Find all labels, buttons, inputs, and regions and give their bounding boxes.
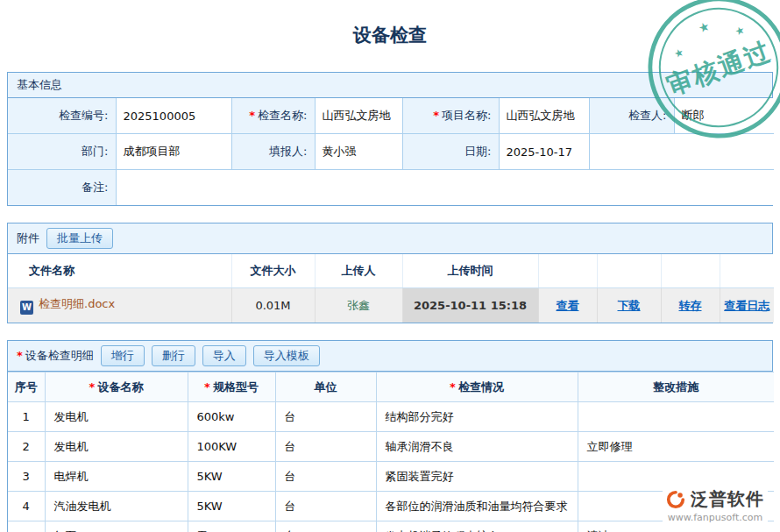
reporter-label: 填报人: [231,134,315,170]
add-row-button[interactable]: 增行 [101,345,145,366]
device-name-cell: 电焊机 [45,462,188,492]
seq-cell: 3 [8,462,45,492]
device-name-header: *设备名称 [45,372,188,402]
required-mark: * [450,380,456,394]
inspector-label: 检查人: [589,98,674,134]
file-name-link[interactable]: 检查明细.docx [39,297,115,310]
uploader-header: 上传人 [315,254,402,288]
dept-label-text: 部门: [82,145,108,158]
brand-url: www.fanpusoft.com [666,512,764,523]
remark-value [116,170,774,206]
project-name-label-text: 项目名称: [442,109,491,122]
device-name-header-text: 设备名称 [97,380,143,394]
file-name-cell: W检查明细.docx [8,288,231,323]
unit-header: 单位 [275,372,376,402]
measure-header: 整改措施 [578,372,774,402]
spec-cell: 600kw [188,402,275,432]
device-name-cell: 气泵 [45,521,188,532]
spec-header-text: 规格型号 [213,380,259,394]
view-action-cell: 查看 [538,288,597,323]
date-label: 日期: [402,134,499,170]
device-name-cell: 汽油发电机 [45,492,188,521]
download-link[interactable]: 下载 [618,299,641,312]
attachments-title: 附件 [17,231,39,246]
batch-upload-button[interactable]: 批量上传 [46,228,113,249]
detail-header-bar: *设备检查明细 增行 删行 导入 导入模板 [8,341,772,372]
detail-row: 1 发电机 600kw 台 结构部分完好 [8,402,774,432]
page-title: 设备检查 [0,12,780,60]
detail-row: 2 发电机 100KW 台 轴承润滑不良 立即修理 [8,432,774,462]
required-mark: * [249,109,255,122]
seq-cell: 4 [8,492,45,521]
situation-header: *检查情况 [376,372,578,402]
required-mark: * [89,380,96,394]
spec-cell: 无 [188,521,275,532]
import-button[interactable]: 导入 [202,345,246,366]
situation-cell: 发电机端子箱积尘较多 [376,521,578,532]
attachments-header-row: 文件名称 文件大小 上传人 上传时间 [8,254,774,288]
detail-section: *设备检查明细 增行 删行 导入 导入模板 序号 *设备名称 *规格型号 单位 … [7,340,773,532]
unit-cell: 台 [275,492,376,521]
project-name-label: *项目名称: [402,98,499,134]
situation-cell: 结构部分完好 [376,402,578,432]
actions-header [720,254,774,288]
measure-cell: 立即修理 [578,432,774,462]
footer-brand: 泛普软件 www.fanpusoft.com [663,486,768,525]
attachment-row: W检查明细.docx 0.01M 张鑫 2025-10-11 15:18 查看 … [8,288,774,323]
unit-cell: 台 [275,432,376,462]
basic-info-header-bar: 基本信息 [8,73,772,98]
save-as-action-cell: 转存 [661,288,720,323]
seq-cell: 2 [8,432,45,462]
view-link[interactable]: 查看 [557,299,579,312]
actions-header [661,254,720,288]
attachments-table: 文件名称 文件大小 上传人 上传时间 W检查明细.docx 0.01M 张鑫 2… [8,254,774,323]
file-name-header: 文件名称 [8,254,231,288]
required-mark: * [204,380,210,394]
unit-cell: 台 [275,521,376,532]
situation-cell: 各部位的润滑油质和油量均符合要求 [376,492,578,521]
check-no-label-text: 检查编号: [59,109,108,122]
file-size-cell: 0.01M [231,288,315,323]
upload-time-cell: 2025-10-11 15:18 [402,288,538,323]
basic-info-section: 基本信息 检查编号: 2025100005 *检查名称: 山西弘文房地 *项目名… [7,72,773,206]
dept-label: 部门: [8,134,116,170]
situation-cell: 轴承润滑不良 [376,432,578,462]
download-action-cell: 下载 [597,288,661,323]
delete-row-button[interactable]: 删行 [152,345,195,366]
remark-label-text: 备注: [82,181,108,194]
seq-header: 序号 [8,372,45,402]
measure-cell [578,402,774,432]
detail-row: 3 电焊机 5KW 台 紧固装置完好 [8,462,774,492]
inspector-label-text: 检查人: [628,109,666,122]
fanpu-logo-icon [666,490,685,509]
check-name-value: 山西弘文房地 [315,98,402,134]
attachments-section: 附件 批量上传 文件名称 文件大小 上传人 上传时间 W检查明细.docx 0.… [7,223,773,323]
spec-cell: 100KW [188,432,275,462]
import-template-button[interactable]: 导入模板 [253,345,320,366]
unit-cell: 台 [275,462,376,492]
unit-cell: 台 [275,402,376,432]
device-name-cell: 发电机 [45,432,188,462]
detail-row: 5 气泵 无 台 发电机端子箱积尘较多 清洁 [8,521,774,532]
brand-name: 泛普软件 [691,487,764,511]
detail-row: 4 汽油发电机 5KW 台 各部位的润滑油质和油量均符合要求 [8,492,774,521]
inspector-value: 断郎 [674,98,774,134]
check-name-label-text: 检查名称: [258,109,307,122]
save-as-link[interactable]: 转存 [679,299,702,312]
basic-info-row-3: 备注: [8,170,774,206]
check-no-value: 2025100005 [116,98,231,134]
seq-cell: 5 [8,521,45,532]
detail-header-row: 序号 *设备名称 *规格型号 单位 *检查情况 整改措施 [8,372,774,402]
word-doc-icon: W [20,301,33,315]
detail-title: *设备检查明细 [17,348,94,364]
basic-info-title: 基本信息 [17,77,62,93]
attachments-header-bar: 附件 批量上传 [8,223,772,254]
spec-header: *规格型号 [188,372,275,402]
view-log-link[interactable]: 查看日志 [724,299,769,312]
reporter-value: 黄小强 [315,134,402,170]
device-name-cell: 发电机 [45,402,188,432]
check-name-label: *检查名称: [231,98,315,134]
uploader-cell: 张鑫 [315,288,402,323]
basic-info-row-1: 检查编号: 2025100005 *检查名称: 山西弘文房地 *项目名称: 山西… [8,98,774,134]
empty-cell [589,134,774,170]
